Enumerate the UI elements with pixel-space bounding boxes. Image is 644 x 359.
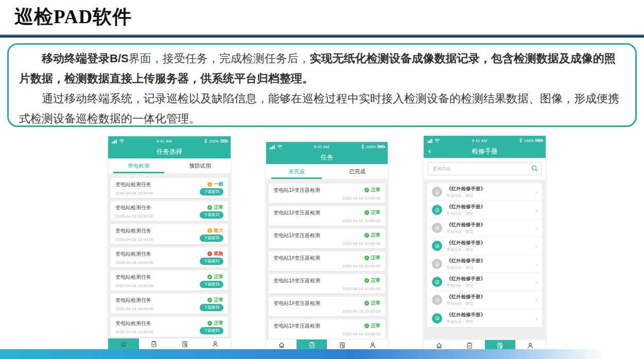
chevron-right-icon: › — [535, 278, 537, 286]
status-label: 正常 — [371, 322, 380, 329]
manual-subtitle: 导则内容：简写 — [446, 211, 531, 217]
task-card[interactable]: 变电站检测任务 2020-04-16 10:00:00 ✓ 正常 下载签到 — [111, 201, 228, 221]
phone2-task-list: 变电站1#变压器检测 ✓ 正常 2020-04-16 10:00:00 变电站1… — [266, 180, 388, 356]
chevron-right-icon: › — [535, 206, 537, 214]
manual-edit-icon — [432, 313, 442, 324]
download-signin-button[interactable]: 下载签到 — [200, 235, 223, 242]
manual-item[interactable]: 《红外检修手册》 导则内容：简写 › — [427, 291, 542, 309]
task-card[interactable]: 变电站1#变压器检测 ✓ 正常 2020-04-16 10:00:00 — [269, 252, 385, 271]
status-time: 9:41 AM — [156, 139, 172, 143]
task-date: 2020-04-16 10:00:00 — [342, 219, 380, 223]
task-card[interactable]: 变电站检测任务 2020-04-16 10:00:00 ! 重大 下载签到 — [111, 224, 228, 244]
status-icon: ✓ — [364, 233, 369, 238]
task-date: 2020-04-16 10:00:00 — [115, 214, 153, 219]
task-card[interactable]: 变电站1#变压器检测 ✓ 正常 2020-04-16 10:00:00 — [269, 229, 385, 248]
download-signin-button[interactable]: 下载签到 — [200, 258, 223, 265]
battery-percent: 100% — [524, 138, 534, 143]
manual-title: 《红外检修手册》 — [446, 294, 531, 300]
manual-item[interactable]: 《红外检修手册》 导则内容：简写 › — [427, 255, 542, 273]
wifi-icon — [434, 138, 440, 143]
back-icon[interactable]: ‹ — [428, 146, 431, 155]
task-title: 变电站1#变压器检测 — [273, 322, 320, 330]
phone-task-list: 9:41 AM 100% 任务 未完成 已完成 变电站1#变压器检测 ✓ 正常 … — [266, 142, 388, 356]
task-card[interactable]: 变电站1#变压器检测 ✓ 正常 2020-04-16 10:00:00 — [269, 184, 385, 203]
task-card[interactable]: 变电站检测任务 2020-04-16 10:00:00 ✓ 正常 下载签到 — [111, 317, 228, 337]
task-title: 变电站1#变压器检测 — [273, 300, 320, 307]
task-date: 2020-04-16 10:00:00 — [342, 241, 380, 246]
task-title: 变电站1#变压器检测 — [273, 209, 320, 217]
manual-subtitle: 导则内容：简写 — [446, 265, 531, 271]
home-icon — [120, 340, 127, 348]
phone1-title: 任务选择 — [156, 148, 182, 156]
task-card[interactable]: 变电站1#变压器检测 ✓ 正常 2020-04-16 10:00:00 — [269, 206, 385, 226]
status-icon: ✓ — [364, 324, 369, 328]
status-label: 正常 — [371, 209, 380, 216]
task-card[interactable]: 变电站1#变压器检测 ✓ 正常 2020-04-16 10:00:00 — [269, 297, 385, 316]
manual-item[interactable]: 《红外检修手册》 导则内容：简写 › — [427, 201, 542, 219]
task-title: 变电站检测任务 — [115, 204, 153, 211]
status-icon: ✓ — [364, 188, 369, 192]
tab-finished[interactable]: 已完成 — [327, 164, 388, 179]
task-card[interactable]: 变电站1#变压器检测 ✓ 正常 2020-04-16 10:00:00 — [269, 274, 385, 294]
manual-title: 《红外检修手册》 — [446, 258, 531, 264]
status-label: 正常 — [371, 255, 380, 261]
tab-live-detection[interactable]: 带电检测 — [108, 158, 169, 173]
task-date: 2020-04-16 10:00:00 — [115, 330, 153, 334]
status-time: 9:41 AM — [314, 145, 329, 149]
manual-subtitle: 导则内容：简写 — [446, 301, 531, 307]
manual-item[interactable]: 《红外检修手册》 导则内容：简写 › — [427, 219, 542, 237]
download-signin-button[interactable]: 下载签到 — [200, 327, 223, 334]
search-input[interactable] — [428, 162, 542, 175]
download-signin-button[interactable]: 下载签到 — [200, 188, 223, 195]
status-label: 一般 — [214, 181, 223, 188]
home-icon — [278, 342, 285, 349]
phone2-tabs: 未完成 已完成 — [266, 164, 388, 180]
task-card[interactable]: 变电站检测任务 2020-04-16 10:00:00 ✓ 正常 下载签到 — [111, 271, 228, 291]
manual-subtitle: 导则内容：简写 — [446, 229, 531, 235]
manual-item[interactable]: 《红外检修手册》 导则内容：简写 › — [427, 237, 542, 255]
download-signin-button[interactable]: 下载签到 — [200, 281, 223, 288]
manual-edit-icon — [432, 187, 442, 197]
docs-icon — [181, 340, 188, 348]
status-badge: ✓ 正常 — [364, 322, 380, 329]
manual-title: 《红外检修手册》 — [446, 186, 531, 192]
status-badge: ✓ 正常 — [364, 255, 380, 261]
task-title: 变电站检测任务 — [115, 227, 153, 235]
phone1-header: 任务选择 — [108, 146, 231, 158]
tab-unfinished[interactable]: 未完成 — [266, 164, 327, 179]
search-bar — [424, 158, 546, 180]
download-signin-button[interactable]: 下载签到 — [200, 304, 223, 311]
phone-task-selection: 9:41 AM 100% 任务选择 带电检测 预防试用 变电站检测任务 2020… — [108, 136, 231, 355]
task-card[interactable]: 变电站检测任务 2020-04-16 10:00:00 ! 一般 下载签到 — [111, 178, 228, 198]
phone1-tabs: 带电检测 预防试用 — [108, 158, 231, 174]
search-icon[interactable] — [531, 165, 538, 172]
manual-item[interactable]: 《红外检修手册》 导则内容：简写 › — [427, 273, 542, 291]
wifi-icon — [277, 145, 283, 149]
tab-preventive-trial[interactable]: 预防试用 — [169, 158, 231, 173]
task-date: 2020-04-16 10:00:00 — [342, 309, 380, 314]
manual-item[interactable]: 《红外检修手册》 导则内容：简写 › — [427, 183, 542, 201]
status-icon: ! — [207, 228, 212, 233]
status-badge: ✓ 正常 — [207, 204, 223, 211]
me-icon — [527, 342, 534, 349]
phone2-title: 任务 — [321, 153, 334, 162]
status-badge: ✓ 正常 — [364, 300, 380, 307]
status-badge: ✓ 正常 — [364, 232, 380, 239]
task-card[interactable]: 变电站1#变压器检测 ✓ 正常 2020-04-16 10:00:00 — [269, 319, 385, 339]
manual-title: 《红外检修手册》 — [446, 222, 531, 228]
manual-item[interactable]: 《红外检修手册》 导则内容：简写 › — [427, 309, 542, 327]
status-icon: ✓ — [207, 298, 212, 302]
task-title: 变电站1#变压器检测 — [273, 255, 320, 262]
chevron-right-icon: › — [535, 224, 537, 232]
status-icon: ✓ — [364, 301, 369, 306]
battery-icon — [220, 139, 227, 142]
phone3-header: ‹ 检修手册 — [424, 145, 546, 158]
task-card[interactable]: 变电站检测任务 2020-04-16 10:00:00 ✓ 正常 下载签到 — [111, 294, 228, 314]
status-badge: ! 紧急 — [207, 250, 223, 257]
me-icon — [369, 342, 376, 349]
task-card[interactable]: 变电站检测任务 2020-04-16 10:00:00 ! 紧急 下载签到 — [111, 247, 228, 267]
download-signin-button[interactable]: 下载签到 — [200, 211, 223, 219]
me-icon — [212, 340, 219, 348]
manual-title: 《红外检修手册》 — [446, 240, 531, 246]
status-label: 正常 — [371, 187, 380, 193]
